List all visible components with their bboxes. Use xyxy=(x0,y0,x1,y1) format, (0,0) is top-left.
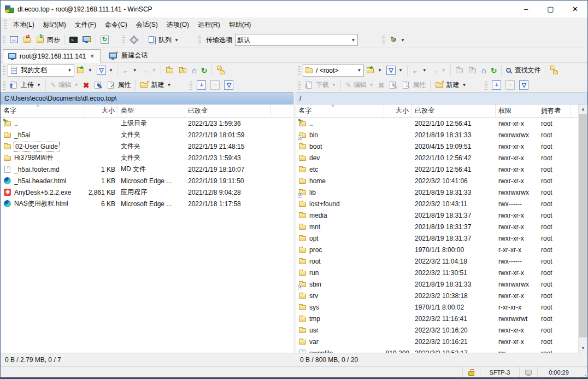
menu-item[interactable]: 选项(O) xyxy=(162,18,193,32)
remote-command-button[interactable]: ⚡ xyxy=(80,33,93,46)
file-row[interactable]: ↗bin2021/8/19 18:31:33rwxrwxrwxroot xyxy=(296,129,587,141)
file-row[interactable]: tmp2022/3/2 11:16:41rwxrwxrwtroot xyxy=(296,313,587,324)
file-row[interactable]: ↰..2022/1/10 12:56:41rwxr-xr-xroot xyxy=(296,118,587,129)
file-row[interactable]: run2022/3/2 11:30:51rwxr-xr-xroot xyxy=(296,267,587,278)
remote-new-button[interactable]: ✦新建▼ xyxy=(433,79,468,92)
remote-directory-tree-button[interactable] xyxy=(548,64,561,77)
resize-grip[interactable] xyxy=(580,367,587,377)
menu-item[interactable]: 会话(S) xyxy=(132,18,162,32)
remote-select-add-button[interactable]: + xyxy=(490,79,503,92)
menu-item[interactable]: 文件(F) xyxy=(70,18,101,32)
file-row[interactable]: boot2020/4/15 19:09:51rwxr-xr-xroot xyxy=(296,141,587,152)
file-row[interactable]: _h5ai.header.html1 KBMicrosoft Edge ...2… xyxy=(1,175,293,186)
remote-home-button[interactable]: ⌂ xyxy=(479,64,489,77)
local-root-directory-button[interactable]: ⧵ xyxy=(177,64,190,77)
menu-item[interactable]: 远程(R) xyxy=(193,18,225,32)
menu-item[interactable]: 帮助(H) xyxy=(225,18,256,32)
remote-select-filter-button[interactable]: ▽ xyxy=(517,79,531,92)
local-properties-button[interactable]: ✓属性 xyxy=(104,79,133,92)
column-header-1[interactable]: 名字^ xyxy=(296,104,384,117)
file-row[interactable]: dev2022/1/10 12:56:42rwxr-xr-xroot xyxy=(296,152,587,164)
local-path-bar[interactable]: C:\Users\ecoo\Documents\dl.ecoo.top\ xyxy=(1,92,293,104)
new-session-tab[interactable]: ✦ 新建会话 xyxy=(104,49,152,62)
scrollbar-thumb[interactable] xyxy=(579,114,587,337)
tab-close-icon[interactable]: × xyxy=(89,53,95,60)
file-row[interactable]: usr2022/3/2 10:16:20rwxr-xr-xroot xyxy=(296,324,587,336)
menu-item[interactable]: 本地(L) xyxy=(9,18,39,32)
file-row[interactable]: var2022/3/2 10:16:21rwxr-xr-xroot xyxy=(296,336,587,347)
open-console-button[interactable]: >_ xyxy=(67,33,80,46)
refresh-session-button[interactable]: ↻ xyxy=(98,33,111,46)
upload-button[interactable]: ⇑上传▼ xyxy=(8,79,43,92)
remote-path-bar[interactable]: / xyxy=(296,92,587,104)
menu-grip[interactable] xyxy=(4,20,7,29)
remote-parent-directory-button[interactable]: ↑ xyxy=(453,64,466,77)
column-header-1[interactable]: 名字^ xyxy=(1,104,84,117)
file-row[interactable]: opt2021/8/19 18:31:37rwxr-xr-xroot xyxy=(296,232,587,244)
remote-forward-button[interactable]: →▼ xyxy=(429,64,448,77)
file-row[interactable]: _h5ai文件夹2022/1/19 18:01:59 xyxy=(1,129,293,141)
remote-filter-button[interactable]: ▽▼ xyxy=(384,64,405,77)
file-row[interactable]: mnt2021/8/19 18:31:37rwxr-xr-xroot xyxy=(296,221,587,232)
toolbar-grip3[interactable] xyxy=(198,36,201,44)
local-directory-tree-button[interactable] xyxy=(214,64,227,77)
local-rename-button[interactable]: ✎ xyxy=(91,79,104,92)
local-home-button[interactable]: ⌂ xyxy=(190,64,199,77)
column-header-3[interactable]: 已改变 xyxy=(412,104,496,117)
remote-dir-combo[interactable]: / <root> ▼ xyxy=(303,65,364,77)
remote-refresh-button[interactable]: ↻ xyxy=(489,64,499,77)
chevron-down-icon[interactable]: ▼ xyxy=(349,34,357,45)
local-refresh-button[interactable]: ↻ xyxy=(199,64,210,77)
file-row[interactable]: proc1970/1/1 8:00:00r-xr-xr-xroot xyxy=(296,244,587,255)
synchronize-browsing-button[interactable]: ⇄ xyxy=(21,33,34,46)
synchronize-button[interactable]: ↻同步 xyxy=(34,33,62,46)
compare-directories-button[interactable]: ↔ xyxy=(8,33,21,46)
column-header-4[interactable]: 已改变 xyxy=(185,104,271,117)
file-row[interactable]: home2022/3/2 10:41:06rwxr-xr-xroot xyxy=(296,175,587,186)
column-header-5[interactable]: 拥有者 xyxy=(538,104,571,117)
column-header-4[interactable]: 权限 xyxy=(496,104,538,117)
session-tab-active[interactable]: root@192.168.111.141 × xyxy=(3,49,101,63)
toolbar-grip4[interactable] xyxy=(382,36,385,44)
file-row[interactable]: _h5ai.footer.md1 KBMD 文件2022/1/19 18:10:… xyxy=(1,164,293,175)
local-open-directory-button[interactable]: ➜▼ xyxy=(74,64,95,77)
transfer-mode-button[interactable]: ↻▼ xyxy=(387,33,407,46)
file-row[interactable]: Hi3798M固件文件夹2022/1/23 1:59:43 xyxy=(1,152,293,164)
remote-open-directory-button[interactable]: ➜▼ xyxy=(364,64,384,77)
file-row[interactable]: ↰..上级目录2022/1/23 1:59:36 xyxy=(1,118,293,129)
remote-scrollbar[interactable]: ▲ ▼ xyxy=(578,104,587,353)
local-delete-button[interactable]: ✖ xyxy=(81,79,92,92)
file-row[interactable]: swapfile819,2002022/3/2 10:52:17rw------… xyxy=(296,347,587,353)
local-select-remove-button[interactable]: − xyxy=(208,79,222,92)
scroll-down-icon[interactable]: ▼ xyxy=(579,343,587,353)
file-row[interactable]: srv2022/3/2 10:38:18rwxr-xr-xroot xyxy=(296,290,587,301)
find-files-button[interactable]: 查找文件 xyxy=(504,64,543,77)
toolbar-grip[interactable] xyxy=(3,36,5,44)
close-button[interactable]: ✕ xyxy=(563,1,587,18)
column-header-2[interactable]: 大小 xyxy=(84,104,118,117)
preferences-button[interactable] xyxy=(127,33,140,46)
scroll-up-icon[interactable]: ▲ xyxy=(579,104,587,114)
remote-root-directory-button[interactable]: / xyxy=(466,64,479,77)
file-row[interactable]: ↗lib2021/8/19 18:31:33rwxrwxrwxroot xyxy=(296,186,587,198)
file-row[interactable]: AnyDesk+5.2.2.exe2,861 KB应用程序2021/12/8 9… xyxy=(1,186,293,198)
protocol-cell[interactable]: SFTP-3 xyxy=(480,367,519,377)
remote-delete-button[interactable]: ✖ xyxy=(376,79,387,92)
column-header-3[interactable]: 类型 xyxy=(118,104,185,117)
file-row[interactable]: ↗sbin2021/8/19 18:31:33rwxrwxrwxroot xyxy=(296,278,587,290)
local-new-button[interactable]: ✦新建▼ xyxy=(138,79,173,92)
remote-back-button[interactable]: ←▼ xyxy=(410,64,429,77)
file-row[interactable]: lost+found2022/3/2 10:43:11rwx------root xyxy=(296,198,587,209)
local-filter-button[interactable]: ▽▼ xyxy=(95,64,115,77)
local-select-add-button[interactable]: + xyxy=(195,79,208,92)
file-row[interactable]: sys1970/1/1 8:00:02r-xr-xr-xroot xyxy=(296,301,587,313)
remote-properties-button[interactable]: ✓属性 xyxy=(399,79,428,92)
file-row[interactable]: etc2022/1/10 12:56:41rwxr-xr-xroot xyxy=(296,164,587,175)
local-select-filter-button[interactable]: ▽ xyxy=(222,79,236,92)
local-back-button[interactable]: ←▼ xyxy=(120,64,139,77)
remote-rename-button[interactable]: ✎ xyxy=(386,79,399,92)
remote-edit-button[interactable]: ✎编辑▼ xyxy=(343,79,376,92)
local-drive-combo[interactable]: 我的文档 ▼ xyxy=(8,65,74,77)
file-row[interactable]: root2022/3/2 11:04:18rwx------root xyxy=(296,255,587,267)
menu-item[interactable]: 标记(M) xyxy=(39,18,70,32)
